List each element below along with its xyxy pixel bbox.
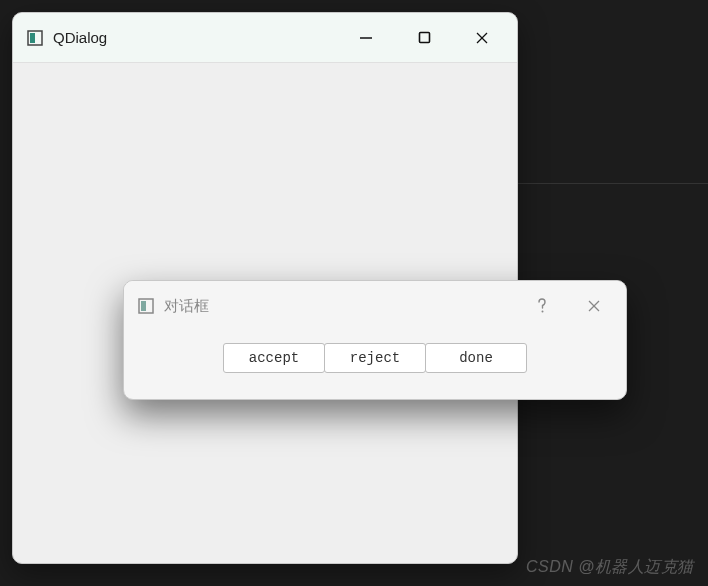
main-window-title: QDialog bbox=[53, 29, 337, 46]
dialog-titlebar[interactable]: 对话框 bbox=[124, 281, 626, 331]
watermark-text: CSDN @机器人迈克猫 bbox=[526, 557, 694, 578]
dialog-window-controls bbox=[516, 282, 620, 330]
background-divider bbox=[517, 183, 708, 184]
dialog-window-title: 对话框 bbox=[164, 297, 516, 316]
done-button[interactable]: done bbox=[425, 343, 527, 373]
svg-rect-7 bbox=[141, 301, 146, 311]
svg-point-8 bbox=[542, 311, 544, 313]
minimize-button[interactable] bbox=[337, 14, 395, 62]
dialog-body: accept reject done bbox=[124, 331, 626, 389]
window-controls bbox=[337, 14, 511, 62]
dialog-window: 对话框 accept reject done bbox=[123, 280, 627, 400]
main-titlebar[interactable]: QDialog bbox=[13, 13, 517, 63]
help-button[interactable] bbox=[516, 282, 568, 330]
dialog-close-button[interactable] bbox=[568, 282, 620, 330]
accept-button[interactable]: accept bbox=[223, 343, 325, 373]
dialog-app-icon bbox=[138, 298, 154, 314]
reject-button[interactable]: reject bbox=[324, 343, 426, 373]
app-icon bbox=[27, 30, 43, 46]
close-button[interactable] bbox=[453, 14, 511, 62]
maximize-button[interactable] bbox=[395, 14, 453, 62]
dialog-button-row: accept reject done bbox=[223, 343, 527, 373]
svg-rect-1 bbox=[30, 33, 35, 43]
svg-rect-3 bbox=[419, 33, 429, 43]
